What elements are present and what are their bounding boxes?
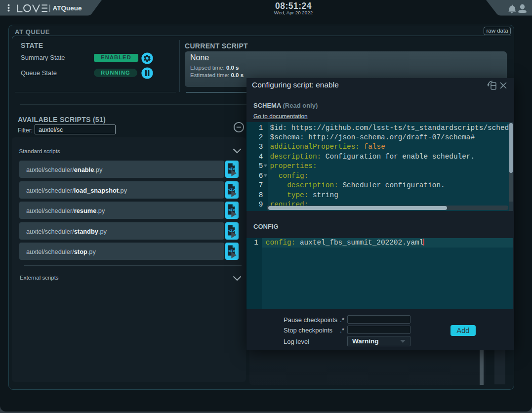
- svg-text:ATQueue: ATQueue: [53, 4, 82, 12]
